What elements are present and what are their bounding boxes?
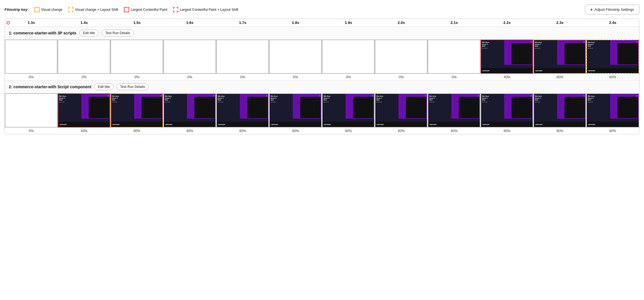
time-0: 1.3s: [5, 20, 58, 25]
pct-2-5: 80%: [269, 129, 322, 133]
frame-2-0: [5, 93, 58, 128]
row-2-edit-title-button[interactable]: Edit title: [94, 83, 114, 90]
frame-2-1[interactable]: ≡ New ShortSleeve T-Shirt $25.99 USD Lig…: [58, 93, 111, 128]
pct-2-9: 80%: [481, 129, 533, 133]
frame-1-0[interactable]: [5, 40, 58, 74]
legend-box-red-dashed: [173, 7, 178, 12]
time-9: 2.2s: [481, 20, 533, 25]
legend-text-visual-change: Visual change: [41, 8, 63, 12]
pct-1-3: 0%: [163, 75, 216, 79]
legend-text-lcp-layout-shift: Largest Contentful Paint + Layout Shift: [180, 8, 238, 12]
row-2-title: 2: commerce-starter-with Script componen…: [9, 85, 91, 89]
legend-box-red: [124, 7, 129, 12]
pct-2-11: 80%: [586, 129, 639, 133]
row-1-test-run-button[interactable]: Test Run Details: [102, 30, 134, 36]
row-2-title-bar: 2: commerce-starter-with Script componen…: [5, 81, 639, 93]
row-2-percents: 0% 40% 80% 80% 80% 80% 80% 80% 80% 80% 8…: [5, 128, 639, 134]
time-1: 1.4s: [58, 20, 111, 25]
pct-2-6: 80%: [322, 129, 375, 133]
legend-box-yellow: [34, 7, 40, 12]
pct-2-1: 40%: [58, 129, 111, 133]
legend-item-lcp-layout-shift: Largest Contentful Paint + Layout Shift: [173, 7, 238, 12]
frame-1-5: [269, 40, 322, 74]
pct-2-4: 80%: [216, 129, 269, 133]
legend-item-visual-change: Visual change: [34, 7, 63, 12]
time-10: 2.3s: [533, 20, 586, 25]
legend-items: Filmstrip key: Visual change Visual chan…: [5, 7, 238, 12]
frame-1-8: [428, 40, 481, 74]
frame-2-3[interactable]: ≡ New ShortSleeve T-Shirt $25.99 USD Lig…: [163, 93, 216, 128]
frame-1-6: [322, 40, 375, 74]
pct-2-3: 80%: [163, 129, 216, 133]
legend-item-lcp: Largest Contentful Paint: [124, 7, 167, 12]
pct-2-2: 80%: [111, 129, 163, 133]
pct-1-10: 80%: [533, 75, 586, 79]
time-6: 1.9s: [322, 20, 375, 25]
filmstrip-container: 1.3s 1.4s 1.5s 1.6s 1.7s 1.8s 1.9s 2.0s …: [5, 19, 639, 134]
row-2-test-run-button[interactable]: Test Run Details: [117, 83, 149, 90]
frame-1-11[interactable]: ≡ New ShortSleeve T-Shirt $25.99 USD Lig…: [586, 40, 639, 74]
pct-1-0: 0%: [5, 75, 58, 79]
frame-1-7: [375, 40, 428, 74]
time-3: 1.6s: [163, 20, 216, 25]
frame-1-9[interactable]: ≡ New ShortSleeve T-Shirt $25.99 USD Lig…: [481, 40, 533, 74]
frame-1-1: [58, 40, 111, 74]
pct-2-7: 80%: [375, 129, 428, 133]
frame-2-8[interactable]: ≡ New ShortSleeve T-Shirt $25.99 USD Lig…: [428, 93, 481, 128]
row-1-percents: 0% 0% 0% 0% 0% 0% 0% 0% 0% 40% 80% 80%: [5, 74, 639, 80]
frame-1-3: [163, 40, 216, 74]
row-1-edit-title-button[interactable]: Edit title: [79, 30, 99, 36]
frame-1-10[interactable]: ≡ New ShortSleeve T-Shirt $25.99 USD Lig…: [533, 40, 586, 74]
pct-1-1: 0%: [58, 75, 111, 79]
time-5: 1.8s: [269, 20, 322, 25]
pct-1-4: 0%: [216, 75, 269, 79]
legend-box-yellow-dashed: [68, 7, 73, 12]
time-7: 2.0s: [375, 20, 428, 25]
legend-text-visual-change-layout-shift: Visual change + Layout Shift: [75, 8, 118, 12]
frame-2-6[interactable]: ≡ New ShortSleeve T-Shirt $25.99 USD Lig…: [322, 93, 375, 128]
frame-2-9[interactable]: ≡ New ShortSleeve T-Shirt $25.99 USD Lig…: [481, 93, 533, 128]
frame-2-2[interactable]: ≡ New ShortSleeve T-Shirt $25.99 USD Lig…: [111, 93, 163, 128]
pct-2-8: 80%: [428, 129, 481, 133]
frame-1-2: [111, 40, 163, 74]
frame-2-5[interactable]: ≡ New ShortSleeve T-Shirt $25.99 USD Lig…: [269, 93, 322, 128]
timeline-header: 1.3s 1.4s 1.5s 1.6s 1.7s 1.8s 1.9s 2.0s …: [5, 19, 639, 27]
pct-2-10: 80%: [533, 129, 586, 133]
pct-1-6: 0%: [322, 75, 375, 79]
time-2: 1.5s: [111, 20, 163, 25]
pct-1-11: 80%: [586, 75, 639, 79]
time-11: 2.4s: [586, 20, 639, 25]
row-1-title: 1: commerce-starter-with 3P scripts: [9, 31, 76, 35]
legend-label: Filmstrip key:: [5, 7, 29, 12]
row-1-frames: ≡ New ShortSleeve T-Shirt $25.99 USD Lig…: [5, 40, 639, 74]
legend-bar: Filmstrip key: Visual change Visual chan…: [5, 5, 639, 15]
pct-1-9: 40%: [481, 75, 533, 79]
row-2: 2: commerce-starter-with Script componen…: [5, 81, 639, 134]
adjust-filmstrip-button[interactable]: + Adjust Filmstrip Settings: [585, 5, 639, 15]
row-1-title-bar: 1: commerce-starter-with 3P scripts Edit…: [5, 27, 639, 40]
pct-2-0: 0%: [5, 129, 58, 133]
legend-item-visual-change-layout-shift: Visual change + Layout Shift: [68, 7, 118, 12]
adjust-button-label: Adjust Filmstrip Settings: [595, 7, 634, 12]
frame-2-11[interactable]: ≡ New ShortSleeve T-Shirt $25.99 USD Lig…: [586, 93, 639, 128]
timeline-dot: [7, 21, 10, 24]
frame-2-4[interactable]: ≡ New ShortSleeve T-Shirt $25.99 USD Lig…: [216, 93, 269, 128]
pct-1-2: 0%: [111, 75, 163, 79]
pct-1-5: 0%: [269, 75, 322, 79]
frame-2-7[interactable]: ≡ New ShortSleeve T-Shirt $25.99 USD Lig…: [375, 93, 428, 128]
frame-2-10[interactable]: ≡ New ShortSleeve T-Shirt $25.99 USD Lig…: [533, 93, 586, 128]
frame-1-4: [216, 40, 269, 74]
time-8: 2.1s: [428, 20, 481, 25]
row-2-frames: ≡ New ShortSleeve T-Shirt $25.99 USD Lig…: [5, 93, 639, 128]
time-4: 1.7s: [216, 20, 269, 25]
pct-1-8: 0%: [428, 75, 481, 79]
pct-1-7: 0%: [375, 75, 428, 79]
row-1: 1: commerce-starter-with 3P scripts Edit…: [5, 27, 639, 81]
plus-icon: +: [590, 7, 593, 12]
legend-text-lcp: Largest Contentful Paint: [131, 8, 167, 12]
